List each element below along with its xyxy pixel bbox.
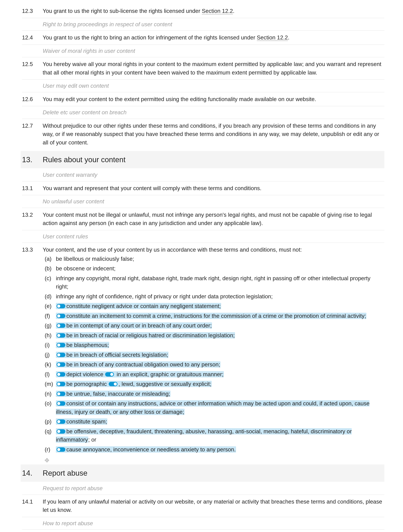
item-inner-text: constitute an incitement to commit a cri… [66,313,366,319]
item-inner-text: be pornographic [66,381,108,387]
option-toggle[interactable] [57,304,65,308]
option-toggle[interactable] [57,323,65,328]
clause-note: User content rules [22,230,384,243]
clause-12-6: 12.6 You may edit your content to the ex… [22,93,384,106]
section-title: Report abuse [43,468,384,479]
item-marker: (p) [45,417,56,426]
clause-number: 13.3 [22,246,43,254]
item-text: be in breach of official secrets legisla… [56,351,384,359]
clause-12-4: 12.4 You grant to us the right to bring … [22,32,384,44]
list-item: (b)be obscene or indecent; [45,264,384,273]
add-item-icon[interactable] [45,458,49,462]
option-toggle[interactable] [57,429,65,434]
list-item: (c)infringe any copyright, moral right, … [45,273,384,291]
item-inner-text: in an explicit, graphic or gratuitous ma… [115,371,223,377]
clause-text: You hereby waive all your moral rights i… [43,60,384,77]
content-rules-list: (a)be libellous or maliciously false; (b… [43,254,384,455]
clause-text: If you learn of any unlawful material or… [43,497,384,514]
clause-13-2: 13.2 Your content must not be illegal or… [22,209,384,230]
clause-text-part: . [288,34,289,41]
clause-text: Without prejudice to our other rights un… [43,121,384,147]
option-toggle[interactable] [57,419,65,424]
item-inner-text: , lewd, suggestive or sexually explicit; [119,381,211,387]
item-marker: (q) [45,427,56,436]
list-item: (g)be in contempt of any court or in bre… [45,321,384,330]
note-text: Delete etc user content on breach [43,108,384,117]
section-reference-link[interactable]: Section 12.2 [257,34,288,41]
list-item: (d)infringe any right of confidence, rig… [45,291,384,301]
clause-text: Your content must not be illegal or unla… [43,211,384,227]
section-number: 13. [22,154,43,165]
item-marker: (b) [45,264,56,273]
clause-text-part: You grant to us the right to sub-license… [43,8,202,14]
item-inner-text: be blasphemous; [66,342,109,348]
item-text: be libellous or maliciously false; [56,255,384,263]
clause-text: You warrant and represent that your cont… [43,184,384,192]
item-marker: (c) [45,274,56,283]
list-item: (p)constitute spam; [45,417,384,426]
item-marker: (l) [45,370,56,379]
list-item: (m)be pornographic , lewd, suggestive or… [45,379,384,389]
section-title: Rules about your content [43,154,384,165]
option-toggle[interactable] [57,333,65,338]
clause-12-7: 12.7 Without prejudice to our other righ… [22,120,384,149]
item-text: constitute an incitement to commit a cri… [56,312,384,320]
note-text: No unlawful user content [43,197,384,206]
option-toggle[interactable] [57,362,65,367]
option-toggle[interactable] [57,401,65,406]
item-text: be blasphemous; [56,341,384,349]
item-inner-text: ; or [88,437,96,443]
clause-13-3: 13.3 Your content, and the use of your c… [22,244,384,462]
item-inner-text: constitute negligent advice or contain a… [66,303,221,309]
option-toggle[interactable] [57,392,65,396]
clause-13-1: 13.1 You warrant and represent that your… [22,182,384,195]
clause-note: User content warranty [22,169,384,181]
option-toggle[interactable] [57,447,65,452]
option-toggle[interactable] [57,353,65,357]
item-marker: (i) [45,341,56,349]
note-text: Request to report abuse [43,484,384,493]
item-marker: (e) [45,302,56,310]
note-text: User content rules [43,232,384,241]
item-marker: (j) [45,351,56,359]
clause-text-part: You grant to us the right to bring an ac… [43,34,257,41]
clause-note: Delete etc user content on breach [22,106,384,119]
item-text: depict violence in an explicit, graphic … [56,370,384,379]
clause-note: Waiver of moral rights in user content [22,44,384,57]
clause-number: 12.6 [22,95,43,103]
clause-number: 12.7 [22,121,43,130]
section-13-header: 13. Rules about your content [21,151,384,168]
option-toggle[interactable] [57,343,65,347]
item-marker: (h) [45,331,56,340]
list-item: (r)cause annoyance, inconvenience or nee… [45,445,384,455]
item-text: cause annoyance, inconvenience or needle… [56,445,384,454]
clause-number: 13.2 [22,211,43,219]
clause-12-5: 12.5 You hereby waive all your moral rig… [22,58,384,79]
list-item: (i)be blasphemous; [45,340,384,350]
note-text: Right to bring proceedings in respect of… [43,20,384,29]
list-item: (n)be untrue, false, inaccurate or misle… [45,389,384,399]
item-marker: (k) [45,360,56,369]
item-inner-text: cause annoyance, inconvenience or needle… [66,446,236,453]
item-inner-text: consist of or contain any instructions, … [56,400,370,415]
clause-number: 14.1 [22,497,43,506]
option-toggle[interactable] [57,314,65,318]
option-toggle[interactable] [57,372,65,377]
note-text: User may edit own content [43,82,384,90]
item-inner-text: be in breach of any contractual obligati… [66,361,220,367]
item-inner-text: depict violence [66,371,105,377]
section-number: 14. [22,468,43,479]
list-item: (h)be in breach of racial or religious h… [45,330,384,340]
option-toggle[interactable] [109,382,118,386]
list-item: (f)constitute an incitement to commit a … [45,311,384,321]
item-text: consist of or contain any instructions, … [56,399,384,416]
item-text: be in breach of racial or religious hatr… [56,331,384,340]
clause-text: You grant to us the right to sub-license… [43,7,384,15]
item-marker: (n) [45,390,56,398]
item-text: constitute spam; [56,417,384,426]
section-reference-link[interactable]: Section 12.2 [202,8,233,14]
option-toggle[interactable] [57,382,65,386]
option-toggle[interactable] [105,372,114,377]
clause-body: Your content, and the use of your conten… [43,246,384,462]
item-text: be offensive, deceptive, fraudulent, thr… [56,427,384,444]
